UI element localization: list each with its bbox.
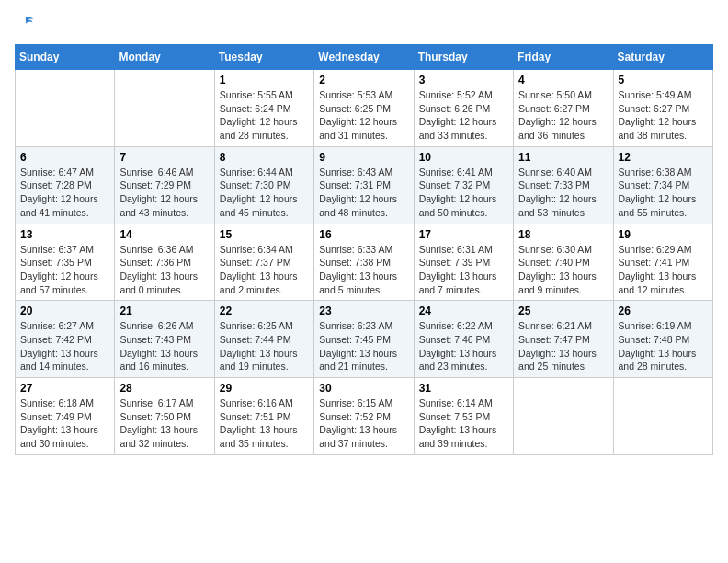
day-of-week-header: Tuesday [214, 45, 313, 70]
day-of-week-header: Friday [514, 45, 613, 70]
day-number: 16 [319, 228, 408, 241]
day-number: 24 [419, 304, 508, 317]
day-number: 12 [619, 151, 708, 164]
day-number: 21 [119, 304, 209, 317]
day-info: Sunrise: 6:21 AMSunset: 7:47 PMDaylight:… [518, 319, 608, 373]
day-number: 15 [220, 228, 309, 241]
calendar-day-cell: 9 Sunrise: 6:43 AMSunset: 7:31 PMDayligh… [314, 146, 414, 224]
day-info: Sunrise: 6:34 AMSunset: 7:37 PMDaylight:… [220, 243, 309, 297]
day-number: 6 [20, 151, 109, 164]
calendar-day-cell: 14 Sunrise: 6:36 AMSunset: 7:36 PMDaylig… [115, 224, 214, 301]
day-info: Sunrise: 6:33 AMSunset: 7:38 PMDaylight:… [319, 243, 408, 297]
day-info: Sunrise: 6:15 AMSunset: 7:52 PMDaylight:… [319, 396, 408, 451]
day-info: Sunrise: 6:41 AMSunset: 7:32 PMDaylight:… [419, 166, 508, 220]
day-number: 29 [220, 382, 309, 395]
day-of-week-header: Thursday [414, 45, 513, 70]
day-number: 23 [319, 304, 408, 317]
day-number: 1 [220, 74, 309, 86]
day-info: Sunrise: 6:40 AMSunset: 7:33 PMDaylight:… [518, 166, 608, 220]
calendar-day-cell: 11 Sunrise: 6:40 AMSunset: 7:33 PMDaylig… [514, 146, 613, 224]
calendar-day-cell: 3 Sunrise: 5:52 AMSunset: 6:26 PMDayligh… [414, 70, 513, 147]
day-number: 8 [220, 151, 309, 164]
day-number: 28 [119, 382, 209, 395]
calendar-day-cell: 23 Sunrise: 6:23 AMSunset: 7:45 PMDaylig… [314, 301, 414, 378]
calendar-week-row: 6 Sunrise: 6:47 AMSunset: 7:28 PMDayligh… [16, 146, 713, 224]
calendar-header-row: SundayMondayTuesdayWednesdayThursdayFrid… [16, 45, 713, 70]
logo-bird-icon [17, 15, 35, 33]
day-number: 26 [619, 304, 708, 317]
calendar-day-cell: 28 Sunrise: 6:17 AMSunset: 7:50 PMDaylig… [115, 378, 214, 455]
calendar-day-cell: 8 Sunrise: 6:44 AMSunset: 7:30 PMDayligh… [214, 146, 313, 224]
day-number: 22 [220, 304, 309, 317]
day-info: Sunrise: 6:46 AMSunset: 7:29 PMDaylight:… [119, 166, 209, 220]
day-info: Sunrise: 6:29 AMSunset: 7:41 PMDaylight:… [619, 243, 708, 297]
day-info: Sunrise: 5:50 AMSunset: 6:27 PMDaylight:… [518, 88, 608, 143]
day-info: Sunrise: 6:25 AMSunset: 7:44 PMDaylight:… [220, 319, 309, 373]
day-number: 4 [518, 74, 608, 86]
calendar-day-cell: 16 Sunrise: 6:33 AMSunset: 7:38 PMDaylig… [314, 224, 414, 301]
day-info: Sunrise: 6:26 AMSunset: 7:43 PMDaylight:… [119, 319, 209, 373]
calendar-day-cell: 20 Sunrise: 6:27 AMSunset: 7:42 PMDaylig… [16, 301, 115, 378]
calendar-day-cell: 15 Sunrise: 6:34 AMSunset: 7:37 PMDaylig… [214, 224, 313, 301]
calendar-day-cell [16, 70, 115, 147]
calendar-day-cell: 22 Sunrise: 6:25 AMSunset: 7:44 PMDaylig… [214, 301, 313, 378]
day-info: Sunrise: 6:31 AMSunset: 7:39 PMDaylight:… [419, 243, 508, 297]
day-info: Sunrise: 6:18 AMSunset: 7:49 PMDaylight:… [20, 396, 109, 451]
calendar-day-cell: 27 Sunrise: 6:18 AMSunset: 7:49 PMDaylig… [16, 378, 115, 455]
day-number: 31 [419, 382, 508, 395]
day-info: Sunrise: 6:22 AMSunset: 7:46 PMDaylight:… [419, 319, 508, 373]
calendar-day-cell: 18 Sunrise: 6:30 AMSunset: 7:40 PMDaylig… [514, 224, 613, 301]
calendar-day-cell: 29 Sunrise: 6:16 AMSunset: 7:51 PMDaylig… [214, 378, 313, 455]
calendar-day-cell: 4 Sunrise: 5:50 AMSunset: 6:27 PMDayligh… [514, 70, 613, 147]
calendar-day-cell: 25 Sunrise: 6:21 AMSunset: 7:47 PMDaylig… [514, 301, 613, 378]
calendar-day-cell: 12 Sunrise: 6:38 AMSunset: 7:34 PMDaylig… [613, 146, 712, 224]
calendar-week-row: 27 Sunrise: 6:18 AMSunset: 7:49 PMDaylig… [16, 378, 713, 455]
day-info: Sunrise: 6:47 AMSunset: 7:28 PMDaylight:… [20, 166, 109, 220]
calendar-day-cell: 21 Sunrise: 6:26 AMSunset: 7:43 PMDaylig… [115, 301, 214, 378]
day-info: Sunrise: 6:43 AMSunset: 7:31 PMDaylight:… [319, 166, 408, 220]
day-info: Sunrise: 6:44 AMSunset: 7:30 PMDaylight:… [220, 166, 309, 220]
calendar-day-cell: 13 Sunrise: 6:37 AMSunset: 7:35 PMDaylig… [16, 224, 115, 301]
day-of-week-header: Sunday [16, 45, 115, 70]
day-number: 20 [20, 304, 109, 317]
day-info: Sunrise: 6:17 AMSunset: 7:50 PMDaylight:… [119, 396, 209, 451]
calendar-day-cell: 26 Sunrise: 6:19 AMSunset: 7:48 PMDaylig… [613, 301, 712, 378]
calendar-day-cell: 24 Sunrise: 6:22 AMSunset: 7:46 PMDaylig… [414, 301, 513, 378]
calendar-day-cell [115, 70, 214, 147]
day-info: Sunrise: 6:23 AMSunset: 7:45 PMDaylight:… [319, 319, 408, 373]
calendar-day-cell: 1 Sunrise: 5:55 AMSunset: 6:24 PMDayligh… [214, 70, 313, 147]
day-of-week-header: Saturday [613, 45, 712, 70]
calendar-day-cell: 7 Sunrise: 6:46 AMSunset: 7:29 PMDayligh… [115, 146, 214, 224]
day-number: 17 [419, 228, 508, 241]
day-number: 2 [319, 74, 408, 86]
day-number: 9 [319, 151, 408, 164]
day-number: 3 [419, 74, 508, 86]
calendar-table: SundayMondayTuesdayWednesdayThursdayFrid… [15, 44, 713, 455]
day-info: Sunrise: 6:16 AMSunset: 7:51 PMDaylight:… [220, 396, 309, 451]
day-of-week-header: Monday [115, 45, 214, 70]
day-info: Sunrise: 6:38 AMSunset: 7:34 PMDaylight:… [619, 166, 708, 220]
day-info: Sunrise: 6:19 AMSunset: 7:48 PMDaylight:… [619, 319, 708, 373]
day-number: 27 [20, 382, 109, 395]
day-number: 19 [619, 228, 708, 241]
calendar-day-cell: 6 Sunrise: 6:47 AMSunset: 7:28 PMDayligh… [16, 146, 115, 224]
day-info: Sunrise: 5:49 AMSunset: 6:27 PMDaylight:… [619, 88, 708, 143]
calendar-day-cell: 31 Sunrise: 6:14 AMSunset: 7:53 PMDaylig… [414, 378, 513, 455]
day-info: Sunrise: 5:53 AMSunset: 6:25 PMDaylight:… [319, 88, 408, 143]
day-number: 14 [119, 228, 209, 241]
calendar-day-cell [514, 378, 613, 455]
day-info: Sunrise: 6:36 AMSunset: 7:36 PMDaylight:… [119, 243, 209, 297]
day-number: 11 [518, 151, 608, 164]
day-info: Sunrise: 6:14 AMSunset: 7:53 PMDaylight:… [419, 396, 508, 451]
calendar-week-row: 20 Sunrise: 6:27 AMSunset: 7:42 PMDaylig… [16, 301, 713, 378]
calendar-day-cell: 10 Sunrise: 6:41 AMSunset: 7:32 PMDaylig… [414, 146, 513, 224]
day-number: 13 [20, 228, 109, 241]
day-number: 5 [619, 74, 708, 86]
day-number: 30 [319, 382, 408, 395]
day-info: Sunrise: 5:55 AMSunset: 6:24 PMDaylight:… [220, 88, 309, 143]
day-info: Sunrise: 6:30 AMSunset: 7:40 PMDaylight:… [518, 243, 608, 297]
day-number: 10 [419, 151, 508, 164]
day-info: Sunrise: 5:52 AMSunset: 6:26 PMDaylight:… [419, 88, 508, 143]
day-info: Sunrise: 6:37 AMSunset: 7:35 PMDaylight:… [20, 243, 109, 297]
day-number: 18 [518, 228, 608, 241]
